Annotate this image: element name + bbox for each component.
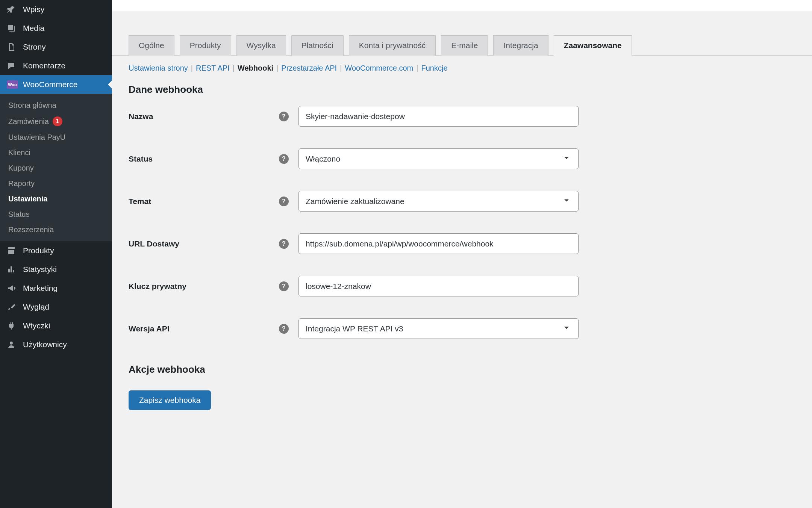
submenu-status[interactable]: Status <box>0 207 112 222</box>
select-api-version[interactable]: Integracja WP REST API v3 <box>298 318 579 339</box>
select-status[interactable]: Włączono <box>298 148 579 169</box>
menu-label: Produkty <box>23 246 54 255</box>
admin-sidebar: Wpisy Media Strony Komentarze Woo WooCom… <box>0 0 112 508</box>
label-secret: Klucz prywatny <box>129 282 279 291</box>
stats-icon <box>7 265 18 274</box>
webhook-form: Nazwa ? Status ? Włączono Temat ? Zamówi… <box>112 106 812 339</box>
svg-point-0 <box>9 26 11 27</box>
row-topic: Temat ? Zamówienie zaktualizowane <box>129 191 795 212</box>
subtab-rest-api[interactable]: REST API <box>196 64 230 73</box>
plug-icon <box>7 321 18 330</box>
media-icon <box>7 24 18 33</box>
help-icon[interactable]: ? <box>279 239 289 249</box>
menu-label: Komentarze <box>23 61 65 70</box>
sidebar-item-appearance[interactable]: Wygląd <box>0 298 112 316</box>
archive-icon <box>7 246 18 255</box>
menu-label: Media <box>23 24 44 33</box>
help-icon[interactable]: ? <box>279 324 289 334</box>
subtab-legacy-api[interactable]: Przestarzałe API <box>281 64 337 73</box>
megaphone-icon <box>7 284 18 293</box>
menu-label: Wpisy <box>23 5 44 14</box>
woo-icon: Woo <box>7 80 18 89</box>
tab-emails[interactable]: E-maile <box>441 35 488 56</box>
woocommerce-submenu: Strona główna Zamówienia 1 Ustawienia Pa… <box>0 94 112 241</box>
menu-label: Wygląd <box>23 302 49 311</box>
sidebar-item-products[interactable]: Produkty <box>0 241 112 260</box>
sidebar-item-media[interactable]: Media <box>0 19 112 38</box>
subtab-woocom[interactable]: WooCommerce.com <box>345 64 413 73</box>
submenu-home[interactable]: Strona główna <box>0 98 112 113</box>
label-topic: Temat <box>129 197 279 206</box>
sidebar-item-comments[interactable]: Komentarze <box>0 56 112 75</box>
row-api-version: Wersja API ? Integracja WP REST API v3 <box>129 318 795 339</box>
sidebar-item-posts[interactable]: Wpisy <box>0 0 112 19</box>
help-icon[interactable]: ? <box>279 197 289 206</box>
input-secret[interactable] <box>298 276 579 296</box>
submenu-orders[interactable]: Zamówienia 1 <box>0 113 112 130</box>
row-delivery-url: URL Dostawy ? <box>129 233 795 254</box>
tab-integration[interactable]: Integracja <box>493 35 548 56</box>
tab-products[interactable]: Produkty <box>180 35 231 56</box>
label-name: Nazwa <box>129 112 279 121</box>
submenu-customers[interactable]: Klienci <box>0 145 112 160</box>
sidebar-item-plugins[interactable]: Wtyczki <box>0 316 112 335</box>
row-secret: Klucz prywatny ? <box>129 276 795 296</box>
menu-label: WooCommerce <box>23 80 77 89</box>
comment-icon <box>7 61 18 70</box>
advanced-subtabs: Ustawienia strony | REST API | Webhooki … <box>112 56 812 81</box>
tab-general[interactable]: Ogólne <box>129 35 174 56</box>
submenu-reports[interactable]: Raporty <box>0 176 112 191</box>
settings-tabs: Ogólne Produkty Wysyłka Płatności Konta … <box>112 11 812 56</box>
input-name[interactable] <box>298 106 579 127</box>
help-icon[interactable]: ? <box>279 281 289 291</box>
subtab-webhooks[interactable]: Webhooki <box>238 64 273 73</box>
menu-label: Użytkownicy <box>23 340 67 349</box>
content-area: Ogólne Produkty Wysyłka Płatności Konta … <box>112 0 812 508</box>
section-webhook-data-title: Dane webhooka <box>112 81 812 106</box>
pages-icon <box>7 42 18 51</box>
subtab-page-setup[interactable]: Ustawienia strony <box>129 64 188 73</box>
save-webhook-button[interactable]: Zapisz webhooka <box>129 390 211 410</box>
submenu-settings[interactable]: Ustawienia <box>0 191 112 207</box>
submenu-payu[interactable]: Ustawienia PayU <box>0 130 112 145</box>
label-api-version: Wersja API <box>129 324 279 333</box>
label-status: Status <box>129 154 279 163</box>
sidebar-item-pages[interactable]: Strony <box>0 38 112 56</box>
sidebar-item-marketing[interactable]: Marketing <box>0 279 112 298</box>
submenu-extensions[interactable]: Rozszerzenia <box>0 222 112 237</box>
pin-icon <box>7 5 18 14</box>
user-icon <box>7 340 18 349</box>
svg-point-1 <box>10 342 13 345</box>
row-status: Status ? Włączono <box>129 148 795 169</box>
help-icon[interactable]: ? <box>279 154 289 164</box>
row-name: Nazwa ? <box>129 106 795 127</box>
tab-accounts[interactable]: Konta i prywatność <box>349 35 436 56</box>
submenu-coupons[interactable]: Kupony <box>0 160 112 176</box>
section-webhook-actions-title: Akcje webhooka <box>112 361 812 386</box>
menu-label: Strony <box>23 42 46 51</box>
tab-payments[interactable]: Płatności <box>291 35 344 56</box>
menu-label: Marketing <box>23 284 58 293</box>
subtab-features[interactable]: Funkcje <box>421 64 447 73</box>
topbar <box>112 0 812 11</box>
label-url: URL Dostawy <box>129 239 279 248</box>
help-icon[interactable]: ? <box>279 112 289 121</box>
sidebar-item-woocommerce[interactable]: Woo WooCommerce <box>0 75 112 94</box>
sidebar-item-users[interactable]: Użytkownicy <box>0 335 112 354</box>
menu-label: Wtyczki <box>23 321 50 330</box>
tab-shipping[interactable]: Wysyłka <box>236 35 286 56</box>
sidebar-item-analytics[interactable]: Statystyki <box>0 260 112 279</box>
input-delivery-url[interactable] <box>298 233 579 254</box>
select-topic[interactable]: Zamówienie zaktualizowane <box>298 191 579 212</box>
orders-badge: 1 <box>53 116 62 126</box>
brush-icon <box>7 302 18 311</box>
menu-label: Statystyki <box>23 265 57 274</box>
tab-advanced[interactable]: Zaawansowane <box>554 35 632 56</box>
